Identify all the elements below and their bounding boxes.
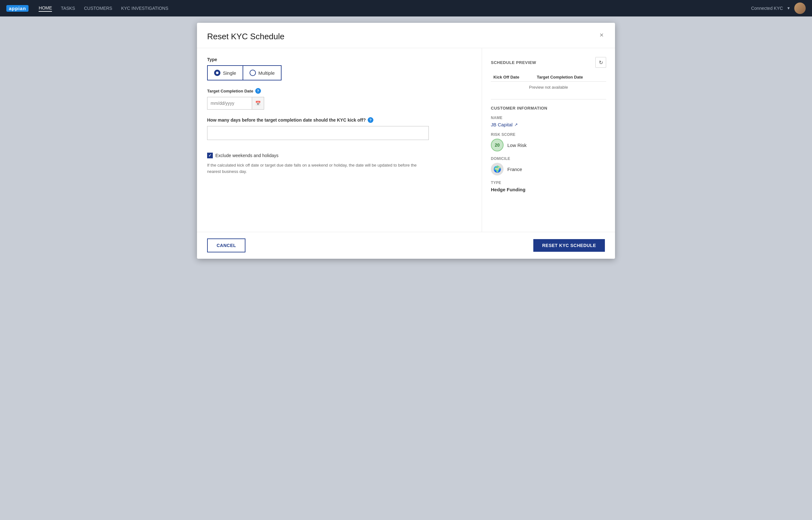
avatar[interactable] — [794, 3, 806, 14]
calendar-button[interactable]: 📅 — [252, 97, 264, 109]
nav-right: Connected KYC ▼ — [751, 3, 806, 14]
nav-home[interactable]: HOME — [38, 5, 52, 12]
radio-single-indicator — [214, 70, 220, 76]
radio-multiple-label: Multiple — [258, 70, 275, 76]
close-button[interactable]: × — [598, 32, 605, 38]
navbar: appian HOME TASKS CUSTOMERS KYC INVESTIG… — [0, 0, 812, 17]
avatar-image — [794, 3, 806, 14]
modal-header: Reset KYC Schedule × — [197, 23, 615, 48]
modal-body: Type Single Multiple — [197, 48, 615, 232]
date-input-wrapper: 📅 — [207, 97, 264, 110]
hint-text: If the calculated kick off date or targe… — [207, 162, 422, 175]
risk-badge: 20 — [491, 139, 503, 151]
customer-type-value: Hedge Funding — [491, 187, 606, 192]
radio-single-label: Single — [223, 70, 236, 76]
type-field-label: Type — [207, 57, 472, 62]
modal-overlay: Reset KYC Schedule × Type Single — [0, 17, 812, 520]
domicile-section: DOMICILE 🌍 France — [491, 156, 606, 176]
col-target-completion-date: Target Completion Date — [534, 73, 606, 82]
nav-kyc-investigations[interactable]: KYC INVESTIGATIONS — [121, 5, 168, 11]
preview-not-available: Preview not available — [491, 82, 606, 93]
target-completion-label: Target Completion Date ? — [207, 88, 472, 94]
exclude-checkbox[interactable] — [207, 153, 213, 158]
name-label: NAME — [491, 115, 606, 120]
app-dropdown-arrow[interactable]: ▼ — [787, 6, 790, 10]
brand-logo: appian — [6, 5, 28, 12]
days-before-section: How many days before the target completi… — [207, 117, 472, 145]
domicile-value: France — [507, 166, 522, 172]
radio-multiple-indicator — [250, 70, 256, 76]
refresh-button[interactable]: ↻ — [595, 57, 606, 68]
target-completion-section: Target Completion Date ? 📅 — [207, 88, 472, 110]
days-input[interactable] — [207, 126, 429, 140]
modal-footer: CANCEL RESET KYC SCHEDULE — [197, 232, 615, 259]
nav-links: HOME TASKS CUSTOMERS KYC INVESTIGATIONS — [38, 5, 741, 12]
modal-title: Reset KYC Schedule — [207, 32, 284, 42]
preview-table: Kick Off Date Target Completion Date Pre… — [491, 73, 606, 93]
col-kick-off-date: Kick Off Date — [491, 73, 534, 82]
type-info-section: TYPE Hedge Funding — [491, 181, 606, 192]
external-link-icon: ↗ — [514, 122, 518, 127]
appian-logo: appian — [6, 5, 28, 12]
customer-name-link[interactable]: JB Capital ↗ — [491, 122, 606, 127]
schedule-preview-heading: SCHEDULE PREVIEW ↻ — [491, 57, 606, 68]
risk-level-label: Low Risk — [507, 142, 527, 148]
right-panel: SCHEDULE PREVIEW ↻ Kick Off Date Target … — [482, 48, 615, 232]
type-section: Type Single Multiple — [207, 57, 472, 80]
target-completion-help-icon[interactable]: ? — [255, 88, 261, 94]
exclude-label: Exclude weekends and holidays — [215, 153, 278, 158]
nav-tasks[interactable]: TASKS — [61, 5, 75, 11]
risk-score-row: 20 Low Risk — [491, 139, 606, 151]
domicile-row: 🌍 France — [491, 163, 606, 176]
days-question-label: How many days before the target completi… — [207, 117, 472, 123]
radio-group: Single Multiple — [207, 65, 472, 80]
globe-icon: 🌍 — [491, 163, 503, 176]
nav-customers[interactable]: CUSTOMERS — [84, 5, 112, 11]
radio-single[interactable]: Single — [207, 65, 242, 80]
risk-score-label: RISK SCORE — [491, 132, 606, 137]
reset-kyc-schedule-button[interactable]: RESET KYC SCHEDULE — [533, 239, 605, 252]
customer-type-label: TYPE — [491, 181, 606, 185]
risk-score-section: RISK SCORE 20 Low Risk — [491, 132, 606, 151]
left-panel: Type Single Multiple — [197, 48, 482, 232]
cancel-button[interactable]: CANCEL — [207, 238, 245, 252]
exclude-section: Exclude weekends and holidays If the cal… — [207, 153, 472, 175]
customer-name-section: NAME JB Capital ↗ — [491, 115, 606, 127]
radio-multiple[interactable]: Multiple — [242, 65, 282, 80]
domicile-label: DOMICILE — [491, 156, 606, 161]
date-input[interactable] — [207, 98, 252, 108]
days-help-icon[interactable]: ? — [368, 117, 373, 123]
checkbox-row: Exclude weekends and holidays — [207, 153, 472, 158]
modal: Reset KYC Schedule × Type Single — [197, 23, 615, 259]
customer-info-heading: CUSTOMER INFORMATION — [491, 106, 606, 110]
app-name: Connected KYC — [751, 6, 783, 11]
